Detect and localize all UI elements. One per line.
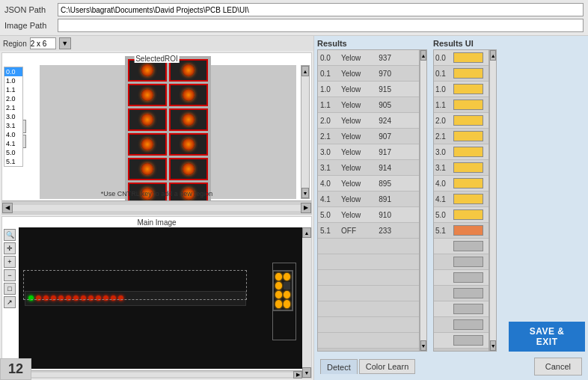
main-tool-pan[interactable]: ✛ xyxy=(4,242,16,254)
results-ui-row-empty xyxy=(434,254,489,270)
table-row[interactable]: 4.0 Yelow 895 xyxy=(318,176,419,191)
roi-cell-7 xyxy=(128,133,167,156)
roi-list-item-2[interactable]: 1.1 xyxy=(4,85,22,94)
results-ui-row[interactable]: 0.1 xyxy=(434,66,489,82)
main-tool-minus[interactable]: − xyxy=(4,269,16,281)
table-row[interactable]: 0.1 Yelow 970 xyxy=(318,66,419,82)
results-ui-scroll-up-btn[interactable]: ▲ xyxy=(490,50,496,61)
main-image-hscrollbar: ◀ ▶ xyxy=(19,370,302,378)
tab-detect[interactable]: Detect xyxy=(320,359,358,374)
roi-scroll-right-btn[interactable]: ▶ xyxy=(301,203,311,213)
save-exit-button[interactable]: SAVE & EXIT xyxy=(509,322,585,352)
json-path-row: JSON Path xyxy=(4,3,584,16)
main-tool-rect[interactable]: □ xyxy=(4,283,16,295)
region-dropdown-btn[interactable]: ▼ xyxy=(59,37,71,49)
roi-cell-5 xyxy=(128,108,167,131)
roi-panel-title: SelectedROI xyxy=(134,55,180,63)
json-path-label: JSON Path xyxy=(4,5,53,14)
results-table: 0.0 Yelow 937 0.1 Yelow 970 1.0 xyxy=(317,49,420,352)
results-ui-row[interactable]: 0.0 xyxy=(434,50,489,66)
roi-list-item-4[interactable]: 2.1 xyxy=(4,103,22,112)
roi-cell-3 xyxy=(128,84,167,106)
results-ui-header: Results UI xyxy=(433,39,497,48)
roi-scroll-down-btn[interactable]: ▼ xyxy=(301,188,309,198)
cancel-button[interactable]: Cancel xyxy=(534,358,582,376)
roi-list-item-7[interactable]: 4.0 xyxy=(4,130,22,139)
main-image-panel: Main Image xyxy=(1,216,312,379)
roi-list-item-5[interactable]: 3.0 xyxy=(4,112,22,121)
results-vscrollbar: ▲ ▼ xyxy=(420,49,427,352)
results-ui-scroll-down-btn[interactable]: ▼ xyxy=(490,340,496,351)
results-ui-row[interactable]: 5.1 xyxy=(434,223,489,239)
results-ui-row-empty xyxy=(434,286,489,301)
roi-cell-6 xyxy=(169,108,208,131)
table-row-empty xyxy=(318,254,419,270)
roi-list-item-8[interactable]: 4.1 xyxy=(4,139,22,148)
results-table-container: Results 0.0 Yelow 937 0.1 Yelow xyxy=(317,39,427,352)
results-scroll-down-btn[interactable]: ▼ xyxy=(420,340,426,351)
roi-cell-10 xyxy=(169,158,208,180)
results-ui-row-empty xyxy=(434,317,489,333)
tab-area: Detect Color Learn xyxy=(320,359,415,374)
main-tool-zoom[interactable]: 🔍 xyxy=(4,229,16,241)
table-row-empty xyxy=(318,301,419,317)
roi-list-item-6[interactable]: 3.1 xyxy=(4,121,22,130)
top-bar: JSON Path Image Path xyxy=(0,0,588,36)
roi-list-item-9[interactable]: 5.0 xyxy=(4,148,22,157)
results-ui-row[interactable]: 2.1 xyxy=(434,129,489,144)
json-path-input[interactable] xyxy=(58,3,584,16)
results-ui-row[interactable]: 5.0 xyxy=(434,207,489,223)
results-ui-row[interactable]: 2.0 xyxy=(434,113,489,129)
region-input[interactable] xyxy=(30,37,56,49)
table-row[interactable]: 3.1 Yelow 914 xyxy=(318,160,419,176)
main-image-canvas xyxy=(19,227,302,369)
roi-list-item-0[interactable]: 0.0 xyxy=(4,67,22,76)
results-ui-row[interactable]: 3.1 xyxy=(434,160,489,176)
main-content: Region ▼ SelectedROI 0.0 1.0 1.1 2.0 2.1… xyxy=(0,36,588,380)
roi-hscrollbar: ◀ ▶ xyxy=(2,200,311,214)
table-row[interactable]: 2.0 Yelow 924 xyxy=(318,113,419,129)
results-ui-row[interactable]: 3.0 xyxy=(434,144,489,160)
main-tool-add[interactable]: + xyxy=(4,256,16,268)
roi-list-item-1[interactable]: 1.0 xyxy=(4,76,22,85)
image-path-input[interactable] xyxy=(58,19,584,32)
table-row-empty xyxy=(318,270,419,286)
action-area: SAVE & EXIT xyxy=(503,39,585,352)
results-ui-vscrollbar: ▲ ▼ xyxy=(489,49,497,352)
results-ui-color-yellow xyxy=(453,52,483,63)
results-ui-row[interactable]: 4.0 xyxy=(434,176,489,191)
table-row[interactable]: 2.1 Yelow 907 xyxy=(318,129,419,144)
table-row[interactable]: 1.1 Yelow 905 xyxy=(318,97,419,113)
main-scroll-down-btn[interactable]: ▼ xyxy=(302,367,311,378)
image-path-label: Image Path xyxy=(4,21,53,30)
results-ui-row[interactable]: 1.0 xyxy=(434,82,489,97)
roi-cell-8 xyxy=(169,133,208,156)
roi-scroll-up-btn[interactable]: ▲ xyxy=(301,66,309,76)
main-hscroll-right-btn[interactable]: ▶ xyxy=(293,371,302,379)
main-scroll-up-btn[interactable]: ▲ xyxy=(302,227,311,238)
results-ui-row-empty xyxy=(434,239,489,254)
results-ui-row-empty xyxy=(434,301,489,317)
table-row[interactable]: 5.0 Yelow 910 xyxy=(318,207,419,223)
results-scroll-up-btn[interactable]: ▲ xyxy=(420,50,426,61)
results-ui-container: Results UI 0.0 0.1 1.0 xyxy=(433,39,497,352)
results-ui-row[interactable]: 1.1 xyxy=(434,97,489,113)
main-tool-arrow[interactable]: ↗ xyxy=(4,296,16,308)
bottom-bar: Detect Color Learn Cancel xyxy=(317,355,585,377)
table-row[interactable]: 1.0 Yelow 915 xyxy=(318,82,419,97)
table-row[interactable]: 5.1 OFF 233 xyxy=(318,223,419,239)
main-image-vscrollbar: ▲ ▼ xyxy=(302,227,311,378)
table-row[interactable]: 4.1 Yelow 891 xyxy=(318,191,419,207)
table-row-empty xyxy=(318,239,419,254)
table-row[interactable]: 3.0 Yelow 917 xyxy=(318,144,419,160)
table-row[interactable]: 0.0 Yelow 937 xyxy=(318,50,419,66)
roi-list-item-3[interactable]: 2.0 xyxy=(4,94,22,103)
results-header: Results xyxy=(317,39,427,48)
table-row-empty xyxy=(318,286,419,301)
results-ui-row[interactable]: 4.1 xyxy=(434,191,489,207)
results-ui-row-empty xyxy=(434,333,489,349)
roi-panel: SelectedROI 0.0 1.0 1.1 2.0 2.1 3.0 3.1 … xyxy=(1,52,312,215)
tab-color-learn[interactable]: Color Learn xyxy=(359,359,415,374)
roi-list-item-10[interactable]: 5.1 xyxy=(4,157,22,166)
roi-scroll-left-btn[interactable]: ◀ xyxy=(2,203,13,213)
